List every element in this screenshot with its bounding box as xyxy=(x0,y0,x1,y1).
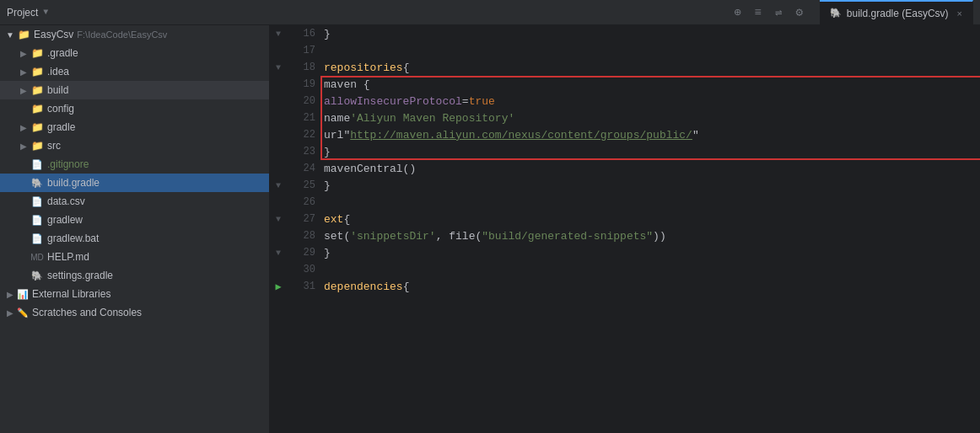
tab-close-icon[interactable]: × xyxy=(957,8,962,19)
src-folder-label: src xyxy=(47,140,61,152)
gradle-arrow: ▶ xyxy=(17,46,30,60)
gradlew-bat-icon: 📄 xyxy=(30,232,44,245)
config-folder-label: config xyxy=(47,103,74,115)
config-folder-item[interactable]: 📁 config xyxy=(0,99,269,118)
ext-libs-arrow: ▶ xyxy=(3,287,17,301)
project-dropdown-icon[interactable]: ▼ xyxy=(43,8,48,17)
maven-block-wrapper: maven { allowInsecureProtocol = true nam… xyxy=(324,76,980,160)
external-libraries-item[interactable]: ▶ 📊 External Libraries xyxy=(0,285,269,303)
code-editor[interactable]: ▼ 16 17 ▼ 18 xyxy=(270,25,980,433)
gradlew-icon: 📄 xyxy=(30,213,44,227)
fold-icon-27[interactable]: ▼ xyxy=(276,215,281,224)
build-arrow: ▶ xyxy=(17,83,30,97)
code-line-24: mavenCentral() xyxy=(324,160,980,177)
idea-folder-item[interactable]: ▶ 📁 .idea xyxy=(0,62,269,81)
linenum-19: 19 xyxy=(287,78,320,90)
gutter-16: ▼ xyxy=(270,29,287,39)
linenum-30: 30 xyxy=(287,264,320,275)
gutter-25: ▼ xyxy=(270,181,287,190)
line-29-gutter: ▼ 29 xyxy=(270,244,320,261)
line-21-gutter: 21 xyxy=(270,110,320,126)
line-17-gutter: 17 xyxy=(270,42,320,59)
linenum-21: 21 xyxy=(287,112,320,124)
code-line-16: } xyxy=(324,25,980,42)
play-icon-31[interactable]: ▶ xyxy=(275,281,281,293)
build-gradle-tab[interactable]: 🐘 build.gradle (EasyCsv) × xyxy=(820,0,973,25)
data-csv-label: data.csv xyxy=(47,195,85,207)
linenum-29: 29 xyxy=(287,247,320,259)
project-sidebar: ▼ 📁 EasyCsv F:\IdeaCode\EasyCsv ▶ 📁 .gra… xyxy=(0,25,270,433)
code-line-25: } xyxy=(324,177,980,194)
gradlew-bat-item[interactable]: 📄 gradlew.bat xyxy=(0,229,269,248)
line-22-gutter: 22 xyxy=(270,126,320,143)
code-lines[interactable]: } repositories { maven { xyxy=(320,25,980,433)
code-line-20: allowInsecureProtocol = true xyxy=(324,93,980,110)
code-line-18: repositories { xyxy=(324,59,980,76)
scratches-consoles-item[interactable]: ▶ ✏️ Scratches and Consoles xyxy=(0,303,269,322)
gradlew-bat-label: gradlew.bat xyxy=(47,233,99,244)
gitignore-item[interactable]: 📄 .gitignore xyxy=(0,155,269,174)
src-folder-item[interactable]: ▶ 📁 src xyxy=(0,136,269,155)
code-line-28: set('snippetsDir', file("build/generated… xyxy=(324,227,980,244)
build-folder-item[interactable]: ▶ 📁 build xyxy=(0,81,269,99)
line-number-gutter: ▼ 16 17 ▼ 18 xyxy=(270,25,320,433)
split-icon[interactable]: ⇌ xyxy=(772,3,785,21)
code-line-22: url "http://maven.aliyun.com/nexus/conte… xyxy=(324,126,980,143)
new-icon[interactable]: ⊕ xyxy=(730,3,744,21)
linenum-20: 20 xyxy=(287,95,320,107)
line-25-gutter: ▼ 25 xyxy=(270,177,320,194)
line-27-gutter: ▼ 27 xyxy=(270,211,320,227)
build-folder-label: build xyxy=(47,84,68,96)
code-line-17 xyxy=(324,42,980,59)
code-line-30 xyxy=(324,261,980,278)
help-md-item[interactable]: MD HELP.md xyxy=(0,248,269,266)
external-libraries-label: External Libraries xyxy=(32,288,110,300)
root-icon: 📁 xyxy=(17,28,30,41)
gradle-folder-item[interactable]: ▶ 📁 .gradle xyxy=(0,44,269,62)
idea-folder-icon: 📁 xyxy=(30,65,44,78)
scratches-arrow: ▶ xyxy=(3,306,17,319)
project-header: Project ▼ xyxy=(7,7,159,19)
fold-icon-16[interactable]: ▼ xyxy=(276,29,281,39)
data-csv-item[interactable]: 📄 data.csv xyxy=(0,192,269,211)
tab-label: build.gradle (EasyCsv) xyxy=(847,8,949,19)
editor-scroll-area[interactable]: ▼ 16 17 ▼ 18 xyxy=(270,25,980,433)
fold-icon-25[interactable]: ▼ xyxy=(276,181,281,190)
gutter-27: ▼ xyxy=(270,215,287,224)
linenum-31: 31 xyxy=(287,281,320,292)
src-folder-icon: 📁 xyxy=(30,139,44,152)
gradlew-label: gradlew xyxy=(47,214,83,226)
linenum-27: 27 xyxy=(287,213,320,225)
code-line-27: ext { xyxy=(324,211,980,227)
line-23-gutter: 23 xyxy=(270,143,320,160)
settings-icon[interactable]: ⚙ xyxy=(792,3,805,21)
list-icon[interactable]: ≡ xyxy=(751,4,765,21)
line-31-gutter: ▶ 31 xyxy=(270,278,320,295)
gradle-folder-label: .gradle xyxy=(47,47,78,59)
fold-icon-18[interactable]: ▼ xyxy=(276,63,281,72)
gradle-sub-arrow: ▶ xyxy=(17,120,30,134)
gradle-sub-icon: 📁 xyxy=(30,120,44,134)
gradle-folder-icon: 📁 xyxy=(30,46,44,60)
tab-icon: 🐘 xyxy=(830,8,842,19)
code-line-21: name 'Aliyun Maven Repository' xyxy=(324,110,980,126)
fold-icon-29[interactable]: ▼ xyxy=(276,249,281,258)
line-24-gutter: 24 xyxy=(270,160,320,177)
line-16-gutter: ▼ 16 xyxy=(270,25,320,42)
idea-folder-label: .idea xyxy=(47,66,69,78)
idea-arrow: ▶ xyxy=(17,65,30,78)
gradle-sub-item[interactable]: ▶ 📁 gradle xyxy=(0,118,269,136)
help-md-label: HELP.md xyxy=(47,251,89,263)
root-item[interactable]: ▼ 📁 EasyCsv F:\IdeaCode\EasyCsv xyxy=(0,25,269,44)
settings-gradle-item[interactable]: 🐘 settings.gradle xyxy=(0,266,269,285)
line-20-gutter: 20 xyxy=(270,93,320,110)
gutter-31: ▶ xyxy=(270,281,287,293)
gradlew-item[interactable]: 📄 gradlew xyxy=(0,211,269,229)
gitignore-label: .gitignore xyxy=(47,158,89,170)
line-19-gutter: 19 xyxy=(270,76,320,93)
scratches-label: Scratches and Consoles xyxy=(32,307,142,318)
line-30-gutter: 30 xyxy=(270,261,320,278)
build-gradle-item[interactable]: 🐘 build.gradle xyxy=(0,174,269,192)
linenum-26: 26 xyxy=(287,196,320,208)
root-arrow: ▼ xyxy=(3,28,17,41)
